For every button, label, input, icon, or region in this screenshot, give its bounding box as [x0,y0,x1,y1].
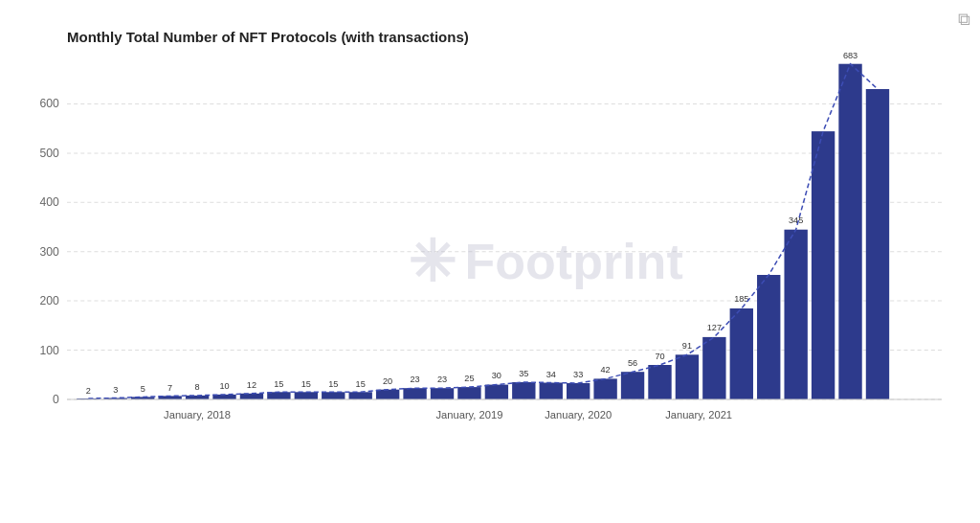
svg-text:42: 42 [601,365,611,375]
svg-text:15: 15 [274,379,283,389]
svg-text:23: 23 [437,375,447,384]
svg-text:400: 400 [40,195,60,209]
svg-text:185: 185 [734,294,748,304]
bar-21 [621,372,644,399]
chart-title: Monthly Total Number of NFT Protocols (w… [67,29,942,45]
svg-text:25: 25 [464,374,474,383]
svg-text:January, 2020: January, 2020 [545,409,612,421]
bar-11 [349,392,372,399]
svg-text:34: 34 [546,370,556,379]
svg-text:300: 300 [40,245,60,259]
bar-28 [812,131,835,399]
bar-10 [322,392,345,399]
svg-text:500: 500 [40,147,60,160]
bar-29 [838,64,861,399]
svg-text:200: 200 [40,294,60,307]
svg-text:35: 35 [519,369,528,378]
svg-text:600: 600 [40,97,60,110]
bar-7 [240,394,263,399]
svg-text:23: 23 [410,375,419,384]
svg-text:7: 7 [167,383,172,393]
svg-text:3: 3 [113,385,118,395]
svg-text:683: 683 [843,51,858,60]
bar-27 [784,230,807,399]
svg-text:70: 70 [655,352,664,361]
svg-text:0: 0 [53,393,59,406]
svg-text:15: 15 [356,379,366,389]
bar-13 [403,388,426,399]
svg-text:33: 33 [573,370,583,379]
svg-text:127: 127 [707,323,722,332]
bar-24 [702,337,725,399]
bar-14 [431,388,454,399]
chart-area: 0 100 200 300 400 500 600 2 3 5 7 8 [67,55,942,438]
copy-icon[interactable]: ⧉ [958,10,970,30]
svg-text:January, 2019: January, 2019 [435,409,502,421]
svg-text:January, 2021: January, 2021 [665,409,732,421]
svg-text:8: 8 [195,382,200,392]
svg-text:10: 10 [219,381,229,391]
bar-12 [376,390,399,399]
bar-16 [485,385,508,399]
chart-container: Monthly Total Number of NFT Protocols (w… [0,0,980,523]
svg-text:5: 5 [141,384,145,394]
chart-svg: 0 100 200 300 400 500 600 2 3 5 7 8 [67,55,942,438]
svg-text:15: 15 [301,379,311,389]
bar-15 [457,387,480,399]
svg-text:January, 2018: January, 2018 [164,409,231,421]
svg-text:56: 56 [628,358,637,368]
svg-text:100: 100 [40,344,60,357]
svg-text:345: 345 [789,216,803,225]
svg-text:2: 2 [86,386,91,396]
bar-26 [757,275,780,399]
bar-23 [676,354,699,399]
bar-19 [567,383,590,399]
svg-text:91: 91 [682,341,692,351]
svg-text:15: 15 [328,379,338,389]
svg-text:30: 30 [492,371,501,380]
bar-30 [866,89,889,399]
bar-22 [648,365,671,399]
bar-9 [295,392,318,399]
svg-text:12: 12 [247,380,256,390]
svg-text:20: 20 [383,376,392,386]
bar-17 [512,382,535,399]
bar-20 [593,378,616,399]
bar-25 [730,308,753,399]
bar-18 [540,383,563,400]
